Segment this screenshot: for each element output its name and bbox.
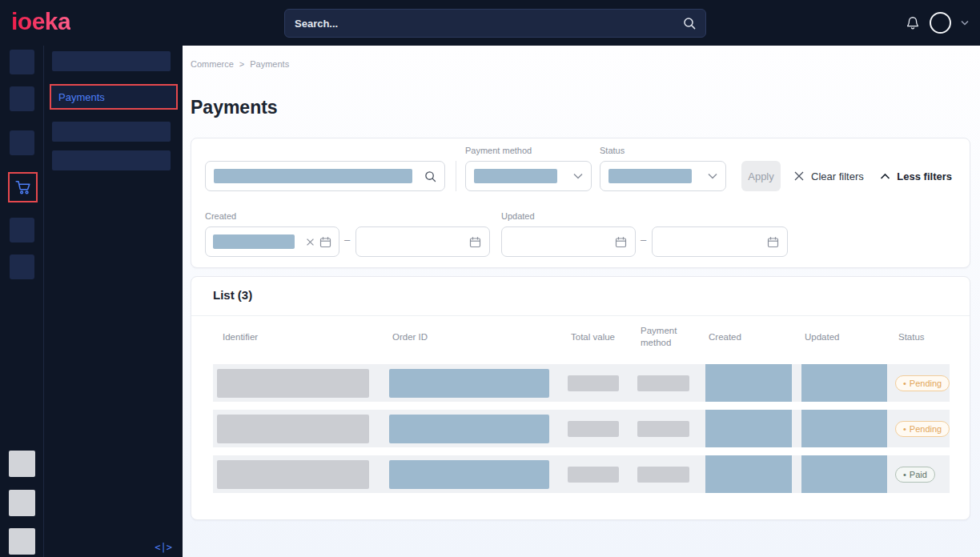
sidebar-panel: Payments <|> — [44, 46, 183, 557]
redacted-updated-cell — [801, 410, 887, 447]
redacted-identifier-cell — [217, 369, 369, 398]
list-card: List (3) Identifier Order ID Total value… — [191, 276, 970, 520]
column-header-order-id: Order ID — [389, 331, 568, 343]
cart-icon — [14, 178, 32, 196]
created-from-date-input[interactable] — [205, 226, 339, 257]
redacted-payment-method-cell — [637, 467, 689, 483]
redacted-updated-cell — [801, 364, 887, 402]
sidebar-menu-item-3[interactable] — [52, 122, 171, 142]
updated-to-date-input[interactable] — [652, 226, 788, 257]
bell-icon[interactable] — [906, 15, 920, 30]
redacted-order-id-cell — [389, 369, 549, 398]
status-label: Status — [600, 146, 625, 155]
payment-method-select[interactable] — [465, 161, 592, 191]
rail-nav-item-3[interactable] — [10, 130, 34, 155]
redacted-select-value — [608, 169, 692, 183]
topbar-actions — [906, 0, 969, 46]
less-filters-label: Less filters — [897, 170, 952, 182]
table-row[interactable]: Pending — [213, 410, 950, 447]
chevron-down-icon — [573, 173, 583, 179]
filters-card: Payment method Status Apply Clear filter… — [191, 138, 970, 268]
rail-nav-item-5[interactable] — [10, 218, 34, 242]
table-row[interactable]: Paid — [213, 455, 950, 493]
global-search-input[interactable]: Search... — [284, 9, 706, 38]
table-body: Pending Pending Paid — [213, 364, 950, 501]
created-label: Created — [205, 211, 236, 221]
redacted-identifier-cell — [217, 415, 369, 443]
redacted-created-cell — [705, 364, 792, 402]
redacted-total-value-cell — [568, 467, 619, 483]
column-header-identifier: Identifier — [213, 331, 389, 343]
sidebar-menu-item-4[interactable] — [52, 150, 171, 170]
clear-filters-label: Clear filters — [811, 170, 864, 182]
rail-nav-item-commerce-highlight[interactable] — [8, 172, 38, 202]
calendar-icon[interactable] — [319, 236, 331, 248]
redacted-identifier-cell — [217, 460, 369, 489]
redacted-total-value-cell — [568, 421, 619, 437]
chevron-up-icon — [880, 173, 890, 180]
redacted-created-cell — [705, 410, 792, 447]
search-icon — [683, 17, 696, 30]
sidebar-rail — [0, 46, 44, 557]
redacted-order-id-cell — [389, 460, 549, 489]
created-to-date-input[interactable] — [355, 226, 490, 257]
list-title: List (3) — [213, 288, 252, 302]
filter-search-input[interactable] — [205, 161, 445, 191]
chevron-down-icon — [708, 173, 717, 179]
column-header-status: Status — [895, 331, 950, 343]
redacted-updated-cell — [801, 455, 887, 493]
main-content: Commerce > Payments Payments Payment met… — [183, 46, 980, 557]
table-row[interactable]: Pending — [213, 364, 950, 402]
status-badge: Pending — [895, 375, 950, 391]
redacted-date-value — [213, 234, 295, 249]
redacted-order-id-cell — [389, 415, 549, 443]
clear-filters-button[interactable]: Clear filters — [793, 161, 864, 191]
sidebar-item-payments-label: Payments — [51, 91, 105, 103]
status-badge: Paid — [895, 467, 935, 483]
apply-button[interactable]: Apply — [741, 161, 781, 191]
rail-bottom-item-1[interactable] — [9, 451, 35, 477]
sidebar-collapse-toggle[interactable]: <|> — [155, 542, 172, 553]
column-header-payment-method: Payment method — [637, 325, 685, 349]
rail-nav-item-2[interactable] — [10, 86, 34, 111]
page-title: Payments — [191, 97, 278, 118]
clear-date-icon[interactable] — [306, 238, 315, 246]
redacted-select-value — [474, 169, 557, 183]
search-icon — [424, 170, 436, 182]
chevron-down-icon[interactable] — [961, 20, 969, 26]
rail-nav-item-6[interactable] — [10, 254, 34, 279]
redacted-payment-method-cell — [637, 375, 689, 391]
topbar: ioeka Search... — [0, 0, 980, 46]
updated-range-dash: – — [641, 234, 646, 246]
breadcrumb-separator: > — [239, 59, 244, 69]
sidebar-menu-item-1[interactable] — [52, 51, 171, 71]
payment-method-label: Payment method — [465, 146, 532, 155]
redacted-total-value-cell — [568, 375, 619, 391]
rail-bottom-item-3[interactable] — [9, 528, 35, 555]
rail-nav-item-1[interactable] — [10, 50, 34, 74]
sidebar-item-payments[interactable]: Payments — [50, 84, 178, 110]
redacted-payment-method-cell — [637, 421, 689, 437]
updated-from-date-input[interactable] — [501, 226, 636, 257]
breadcrumb-current: Payments — [250, 59, 289, 69]
updated-label: Updated — [501, 211, 535, 221]
filter-divider — [456, 161, 456, 191]
breadcrumb: Commerce > Payments — [191, 59, 289, 69]
close-icon — [793, 170, 805, 182]
calendar-icon[interactable] — [767, 236, 779, 248]
table-header: Identifier Order ID Total value Payment … — [213, 316, 950, 358]
avatar[interactable] — [930, 12, 951, 34]
column-header-updated: Updated — [801, 331, 895, 343]
calendar-icon[interactable] — [615, 236, 627, 248]
status-badge: Pending — [895, 421, 950, 437]
app-logo[interactable]: ioeka — [11, 8, 70, 35]
breadcrumb-commerce[interactable]: Commerce — [191, 59, 234, 69]
column-header-total-value: Total value — [568, 331, 637, 343]
redacted-created-cell — [705, 455, 792, 493]
calendar-icon[interactable] — [469, 236, 481, 248]
rail-bottom-item-2[interactable] — [9, 490, 35, 516]
search-placeholder: Search... — [295, 18, 683, 30]
status-select[interactable] — [600, 161, 726, 191]
column-header-created: Created — [705, 331, 801, 343]
less-filters-button[interactable]: Less filters — [880, 161, 952, 191]
